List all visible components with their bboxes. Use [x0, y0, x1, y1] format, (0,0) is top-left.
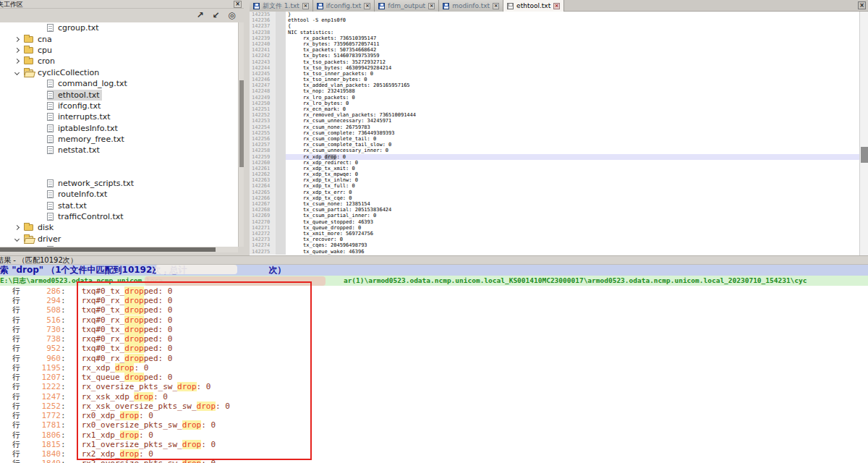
- no-icon: [38, 137, 42, 141]
- editor-text-area[interactable]: 142235}142236ethtool -S enp1s0f0142237{1…: [250, 12, 859, 255]
- result-row[interactable]: 行1815:rx1_oversize_pkts_sw_drop: 0: [0, 440, 868, 449]
- tree-item-interrupts.txt[interactable]: interrupts.txt: [0, 111, 113, 122]
- editor-vertical-scrollbar[interactable]: [859, 12, 868, 255]
- tree-item-cna[interactable]: cna: [0, 33, 54, 44]
- tree-item-cyclicCollection[interactable]: cyclicCollection: [0, 67, 101, 78]
- row-colon: :: [61, 315, 66, 325]
- result-row[interactable]: 行952:txq#0_tx_dropped: 0: [0, 344, 868, 353]
- tree-item-ifconfig.txt[interactable]: ifconfig.txt: [0, 101, 103, 111]
- tab-modinfo.txt[interactable]: modinfo.txt×: [439, 0, 503, 12]
- tab-fdm_output[interactable]: fdm_output×: [375, 0, 439, 12]
- tree-item-driver[interactable]: driver: [0, 234, 63, 245]
- no-icon: [38, 148, 42, 152]
- tab-新文件 1.txt[interactable]: 新文件 1.txt×: [250, 0, 313, 12]
- result-row[interactable]: 行1840:rx2_xdp_drop: 0: [0, 449, 868, 459]
- tab-close-icon[interactable]: ×: [302, 3, 309, 9]
- tree-item-memory_free.txt[interactable]: memory_free.txt: [0, 134, 127, 145]
- line-number: 142244: [250, 65, 276, 71]
- result-row[interactable]: 行508:txq#0_tx_dropped: 0: [0, 305, 868, 315]
- tree-item-content: memory_free.txt: [47, 134, 127, 145]
- result-row[interactable]: 行1806:rx1_xdp_drop: 0: [0, 430, 868, 440]
- expand-all-icon[interactable]: ↗: [194, 10, 206, 21]
- workspace-close-icon[interactable]: ×: [234, 1, 242, 8]
- editor-line: 142266 rx_xdp_tx_cqe: 0: [250, 195, 859, 201]
- editor-line: 142274 tx_cqes: 204596498793: [250, 242, 859, 248]
- result-row[interactable]: 行1247:rx_xsk_xdp_drop: 0: [0, 392, 868, 402]
- save-state-icon: [253, 3, 260, 9]
- workspace-titlebar: 夹工作区: [0, 0, 244, 9]
- line-number: 142273: [250, 237, 276, 242]
- result-row[interactable]: 行516:rxq#0_rx_dropped: 0: [0, 315, 868, 325]
- tree-item-routeInfo.txt[interactable]: routeInfo.txt: [0, 189, 109, 200]
- tree-item-cron[interactable]: cron: [0, 56, 57, 67]
- tab-ethtool.txt[interactable]: ethtool.txt×: [503, 0, 564, 12]
- result-row[interactable]: 行1772:rx0_xdp_drop: 0: [0, 411, 868, 420]
- tabbar-close-icon[interactable]: ×: [858, 1, 866, 9]
- line-number: 142245: [250, 71, 276, 77]
- tab-close-icon[interactable]: ×: [428, 3, 435, 9]
- no-icon: [38, 115, 42, 119]
- chevron-right-icon[interactable]: [14, 225, 20, 230]
- line-text: tx_csum_partial: 205153836424: [286, 207, 859, 213]
- result-row[interactable]: 行1195:rx_xdp_drop: 0: [0, 363, 868, 373]
- match-highlight: drop: [182, 440, 202, 449]
- scrollbar-thumb[interactable]: [0, 247, 216, 252]
- result-row[interactable]: 行730:txq#0_tx_dropped: 0: [0, 325, 868, 334]
- tab-close-icon[interactable]: ×: [364, 3, 370, 9]
- tab-ifconfig.txt[interactable]: ifconfig.txt×: [313, 0, 375, 12]
- chevron-right-icon[interactable]: [14, 37, 20, 42]
- result-row[interactable]: 行286:txq#0_tx_dropped: 0: [0, 286, 868, 296]
- editor-line: 142249 rx_lro_packets: 0: [250, 95, 859, 101]
- tree-item-cpu[interactable]: cpu: [0, 45, 54, 56]
- chevron-right-icon[interactable]: [14, 48, 20, 53]
- chevron-down-icon[interactable]: [14, 237, 20, 242]
- match-highlight: drop: [124, 334, 144, 344]
- tree-item-network_scripts.txt[interactable]: network_scripts.txt: [0, 178, 136, 189]
- search-summary-prefix: 搜索 "drop" （1个文件中匹配到10192次，总计: [0, 265, 187, 275]
- tree-item-cgroup.txt[interactable]: cgroup.txt: [0, 22, 101, 33]
- result-row[interactable]: 行1252:rx_xsk_oversize_pkts_sw_drop: 0: [0, 402, 868, 411]
- panel-splitter[interactable]: [244, 0, 250, 255]
- result-row[interactable]: 行1849:rx2_oversize_pkts_sw_drop: 0: [0, 459, 868, 463]
- tree-vertical-scrollbar[interactable]: [238, 22, 244, 247]
- collapse-all-icon[interactable]: ↙: [210, 10, 222, 21]
- scrollbar-thumb[interactable]: [861, 147, 868, 163]
- tab-close-icon[interactable]: ×: [553, 3, 560, 9]
- result-row[interactable]: 行1207:tx_queue_dropped: 0: [0, 373, 868, 382]
- result-file-path-line[interactable]: E:\日志\armod0523.odata.ncmp.unicom.locaar…: [0, 276, 868, 286]
- tree-item-netstat.txt[interactable]: netstat.txt: [0, 145, 102, 156]
- tree-item-disk[interactable]: disk: [0, 222, 56, 233]
- tree-item-trafficControl.txt[interactable]: trafficControl.txt: [0, 211, 126, 222]
- tree-item-iptablesInfo.txt[interactable]: iptablesInfo.txt: [0, 123, 120, 134]
- row-text: rx0_oversize_pkts_sw_drop: 0: [66, 420, 216, 430]
- tree-horizontal-scrollbar[interactable]: [0, 247, 238, 252]
- path-prefix: E:\日志\armod0523.odata.ncmp.unicom.loca: [0, 276, 163, 284]
- tree-item-stat.txt[interactable]: stat.txt: [0, 200, 89, 211]
- bookmark-margin: [276, 160, 286, 166]
- workspace-panel: 夹工作区 × ↗ ↙ ◎ cgroup.txtcnacpucroncyclicC…: [0, 0, 244, 255]
- tree-item-command_log.txt[interactable]: command_log.txt: [0, 78, 129, 89]
- line-number: 142240: [250, 41, 276, 47]
- chevron-right-icon[interactable]: [14, 59, 20, 64]
- row-text: rx_xsk_xdp_drop: 0: [66, 392, 168, 402]
- bookmark-margin: [276, 112, 286, 118]
- file-icon: [47, 102, 54, 110]
- search-summary-line[interactable]: 搜索 "drop" （1个文件中匹配到10192次，总计次）: [0, 265, 868, 276]
- chevron-down-icon[interactable]: [14, 70, 20, 75]
- editor-line: 142257 rx_csum_complete_tail_slow: 0: [250, 142, 859, 148]
- tree-item-ethtool.txt[interactable]: ethtool.txt: [0, 89, 102, 100]
- result-row[interactable]: 行738:rxq#0_rx_dropped: 0: [0, 334, 868, 344]
- editor-line: 142275 tx_queue_wake: 46396: [250, 249, 859, 255]
- match-highlight: drop: [120, 411, 140, 420]
- row-line-label: 行: [0, 420, 27, 430]
- editor-line: 142239 rx_packets: 736510395147: [250, 35, 859, 41]
- result-row[interactable]: 行1781:rx0_oversize_pkts_sw_drop: 0: [0, 420, 868, 430]
- result-row[interactable]: 行960:rxq#0_rx_dropped: 0: [0, 354, 868, 363]
- editor-line: 142250 rx_lro_bytes: 0: [250, 101, 859, 106]
- bookmark-margin: [276, 47, 286, 53]
- result-row[interactable]: 行294:rxq#0_rx_dropped: 0: [0, 296, 868, 305]
- tab-close-icon[interactable]: ×: [493, 3, 499, 9]
- row-line-label: 行: [0, 305, 27, 315]
- result-row[interactable]: 行1222:rx_oversize_pkts_sw_drop: 0: [0, 382, 868, 391]
- locate-file-icon[interactable]: ◎: [226, 10, 238, 21]
